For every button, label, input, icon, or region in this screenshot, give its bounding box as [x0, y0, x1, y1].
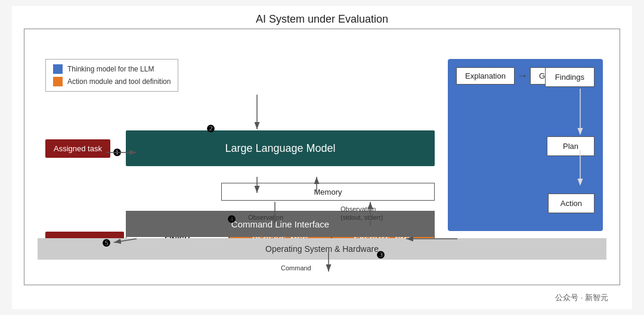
legend-item-orange: Action module and tool definition: [53, 77, 171, 86]
blue-thinking-area: Explanation → Gaps → Findings Plan Actio…: [448, 59, 603, 231]
legend-item-blue: Thinking model for the LLM: [53, 64, 171, 74]
llm-box: Large Language Model: [126, 130, 435, 166]
observation-label: Observation: [248, 214, 283, 221]
arrow-exp-to-gaps: →: [517, 70, 528, 82]
legend-box: Thinking model for the LLM Action module…: [45, 59, 178, 92]
action-box: Action: [548, 194, 595, 213]
watermark: 公众号 · 新智元: [555, 292, 608, 303]
step4: ❹: [227, 214, 236, 225]
diagram-container: AI System under Evaluation Explanation →…: [12, 6, 632, 309]
legend-label-orange: Action module and tool definition: [67, 77, 171, 86]
step2: ❷: [206, 123, 215, 135]
diagram-title: AI System under Evaluation: [12, 6, 632, 30]
step5: ❺: [102, 238, 110, 249]
outer-border: Explanation → Gaps → Findings Plan Actio…: [24, 29, 620, 285]
observation-stdout-label: Observation(stdout, stderr): [340, 205, 383, 222]
memory-box: Memory: [221, 183, 435, 201]
step1: ❶: [113, 147, 121, 158]
legend-color-blue: [53, 64, 63, 74]
explanation-box: Explanation: [456, 67, 515, 85]
step3: ❸: [376, 249, 385, 261]
plan-box: Plan: [547, 136, 595, 156]
command-label: Command: [281, 264, 311, 272]
findings-box: Findings: [545, 67, 595, 87]
os-box: Operating System & Hardware: [38, 238, 606, 260]
legend-color-orange: [53, 77, 63, 86]
assigned-task-box: Assigned task: [45, 139, 110, 158]
legend-label-blue: Thinking model for the LLM: [67, 65, 154, 73]
